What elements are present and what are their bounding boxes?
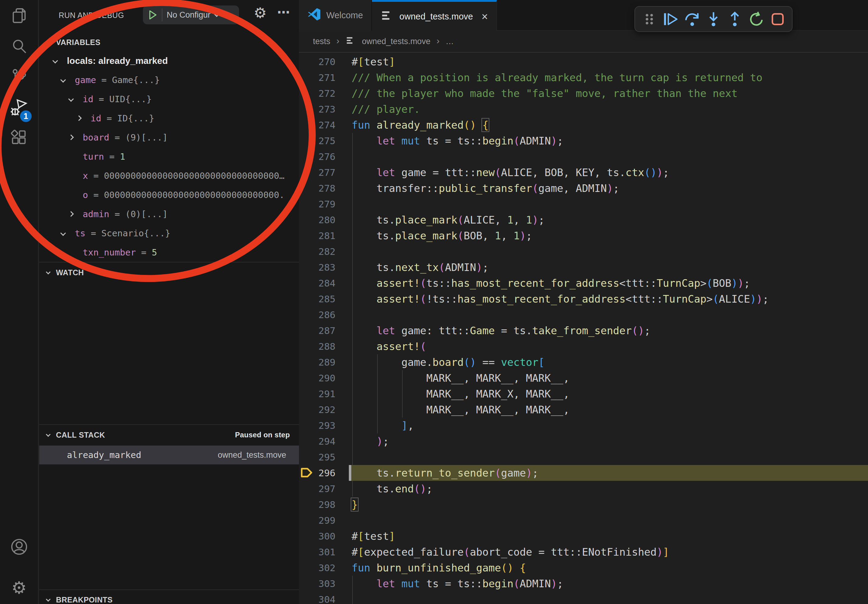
variables-section-header[interactable]: VARIABLES — [39, 33, 299, 52]
chevron-right-icon[interactable] — [76, 115, 82, 121]
line-number[interactable]: 287 — [311, 323, 335, 339]
breadcrumb[interactable]: tests›owned_tests.move›… — [299, 31, 868, 53]
close-icon[interactable]: × — [481, 10, 488, 23]
breadcrumb-item[interactable]: tests — [313, 37, 330, 46]
line-number[interactable]: 298 — [311, 497, 335, 513]
activity-settings-gear[interactable]: ⚙ — [0, 572, 38, 603]
line-number[interactable]: 289 — [311, 354, 335, 370]
chevron-down-icon[interactable] — [52, 58, 58, 63]
code-line-272[interactable]: 272/// the player who made the "false" m… — [299, 85, 868, 101]
code-line-273[interactable]: 273/// player. — [299, 101, 868, 117]
code-line-294[interactable]: 294 ); — [299, 434, 868, 449]
code-line-279[interactable]: 279 — [299, 196, 868, 212]
line-number[interactable]: 292 — [311, 402, 335, 418]
variable-row[interactable]: id = UID{...} — [39, 90, 299, 108]
code-line-296[interactable]: 296 ts.return_to_sender(game); — [299, 465, 868, 481]
line-number[interactable]: 286 — [311, 307, 335, 323]
variable-row[interactable]: txn_number = 5 — [39, 243, 299, 262]
code-line-274[interactable]: 274fun already_marked() { — [299, 117, 868, 133]
code-line-301[interactable]: 301#[expected_failure(abort_code = ttt::… — [299, 544, 868, 560]
line-number[interactable]: 290 — [311, 370, 335, 386]
code-line-289[interactable]: 289 game.board() == vector[ — [299, 354, 868, 370]
code-line-284[interactable]: 284 assert!(ts::has_most_recent_for_addr… — [299, 275, 868, 291]
line-number[interactable]: 304 — [311, 592, 335, 604]
code-line-303[interactable]: 303 let mut ts = ts::begin(ADMIN); — [299, 576, 868, 592]
code-line-270[interactable]: 270#[test] — [299, 54, 868, 70]
breakpoints-section-header[interactable]: BREAKPOINTS — [39, 590, 299, 604]
code-line-297[interactable]: 297 ts.end(); — [299, 481, 868, 497]
watch-section-header[interactable]: WATCH — [39, 263, 299, 282]
activity-source-control[interactable] — [0, 62, 38, 92]
activity-search[interactable] — [0, 31, 38, 62]
code-editor[interactable]: 270#[test]271/// When a position is alre… — [299, 53, 868, 604]
line-number[interactable]: 274 — [311, 117, 335, 133]
line-number[interactable]: 284 — [311, 275, 335, 291]
activity-run-debug[interactable]: 1 — [0, 92, 38, 122]
variable-row[interactable]: board = (9)[...] — [39, 128, 299, 147]
line-number[interactable]: 299 — [311, 513, 335, 528]
call-stack-frame[interactable]: already_marked owned_tests.move — [39, 446, 299, 465]
code-line-277[interactable]: 277 let game = ttt::new(ALICE, BOB, KEY,… — [299, 164, 868, 180]
line-number[interactable]: 275 — [311, 133, 335, 149]
activity-files[interactable] — [0, 1, 38, 31]
code-line-298[interactable]: 298} — [299, 497, 868, 513]
line-number[interactable]: 282 — [311, 244, 335, 259]
chevron-down-icon[interactable] — [60, 77, 66, 82]
line-number[interactable]: 300 — [311, 528, 335, 544]
code-line-295[interactable]: 295 — [299, 449, 868, 465]
line-number[interactable]: 303 — [311, 576, 335, 592]
chevron-down-icon[interactable] — [60, 230, 66, 236]
code-line-291[interactable]: 291 MARK__, MARK_X, MARK__, — [299, 386, 868, 402]
step-over-icon[interactable] — [684, 11, 700, 27]
code-line-283[interactable]: 283 ts.next_tx(ADMIN); — [299, 259, 868, 275]
debug-settings-gear-icon[interactable]: ⚙ — [254, 4, 267, 21]
code-line-287[interactable]: 287 let game: ttt::Game = ts.take_from_s… — [299, 323, 868, 339]
code-line-302[interactable]: 302fun burn_unfinished_game() { — [299, 560, 868, 576]
line-number[interactable]: 293 — [311, 418, 335, 434]
activity-account[interactable] — [0, 531, 38, 562]
line-number[interactable]: 294 — [311, 434, 335, 449]
line-number[interactable]: 281 — [311, 228, 335, 244]
breadcrumb-item[interactable]: owned_tests.move — [362, 37, 430, 46]
debug-config-dropdown[interactable]: No Configur — [143, 5, 239, 24]
line-number[interactable]: 279 — [311, 196, 335, 212]
line-number[interactable]: 272 — [311, 85, 335, 101]
activity-extensions[interactable] — [0, 122, 38, 152]
line-number[interactable]: 295 — [311, 449, 335, 465]
code-line-282[interactable]: 282 — [299, 244, 868, 259]
variable-row[interactable]: game = Game{...} — [39, 71, 299, 90]
line-number[interactable]: 288 — [311, 339, 335, 354]
stop-icon[interactable] — [770, 11, 786, 27]
call-stack-section-header[interactable]: CALL STACK Paused on step — [39, 426, 299, 444]
code-line-292[interactable]: 292 MARK__, MARK__, MARK__, — [299, 402, 868, 418]
variable-row[interactable]: o = 000000000000000000000000000000000. — [39, 186, 299, 204]
variable-row[interactable]: locals: already_marked — [39, 51, 299, 70]
line-number[interactable]: 273 — [311, 101, 335, 117]
code-line-304[interactable]: 304 — [299, 592, 868, 604]
line-number[interactable]: 297 — [311, 481, 335, 497]
code-line-288[interactable]: 288 assert!( — [299, 339, 868, 354]
code-line-300[interactable]: 300#[test] — [299, 528, 868, 544]
line-number[interactable]: 302 — [311, 560, 335, 576]
more-actions-icon[interactable]: ⋯ — [277, 5, 290, 20]
line-number[interactable]: 285 — [311, 291, 335, 307]
chevron-right-icon[interactable] — [68, 211, 74, 217]
tab-owned-tests-move[interactable]: owned_tests.move× — [372, 0, 497, 31]
code-line-280[interactable]: 280 ts.place_mark(ALICE, 1, 1); — [299, 212, 868, 228]
restart-icon[interactable] — [749, 11, 764, 27]
line-number[interactable]: 270 — [311, 54, 335, 70]
code-line-278[interactable]: 278 transfer::public_transfer(game, ADMI… — [299, 180, 868, 196]
code-line-271[interactable]: 271/// When a position is already marked… — [299, 70, 868, 85]
start-debug-button[interactable] — [143, 9, 162, 21]
code-line-290[interactable]: 290 MARK__, MARK__, MARK__, — [299, 370, 868, 386]
line-number[interactable]: 278 — [311, 180, 335, 196]
line-number[interactable]: 291 — [311, 386, 335, 402]
variable-row[interactable]: ts = Scenario{...} — [39, 224, 299, 243]
chevron-down-icon[interactable] — [68, 96, 74, 102]
code-line-299[interactable]: 299 — [299, 513, 868, 528]
step-out-icon[interactable] — [727, 11, 743, 27]
step-into-icon[interactable] — [705, 11, 721, 27]
code-line-293[interactable]: 293 ], — [299, 418, 868, 434]
code-line-275[interactable]: 275 let mut ts = ts::begin(ADMIN); — [299, 133, 868, 149]
continue-icon[interactable] — [663, 11, 679, 27]
